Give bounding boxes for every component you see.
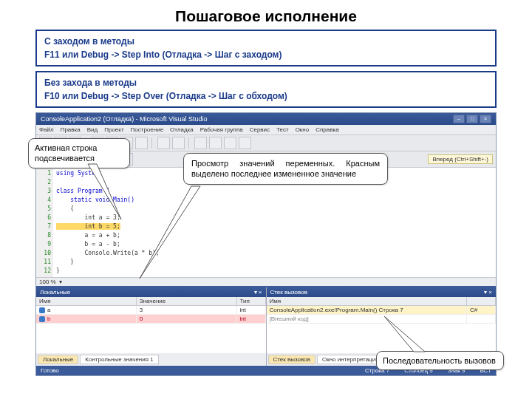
callstack-title: Стек вызовов xyxy=(270,289,307,296)
close-button[interactable]: × xyxy=(480,115,491,123)
step-into-desc: F11 или Debug -> Step Into (Отладка -> Ш… xyxy=(44,48,488,61)
zoom-bar: 100 %▾ xyxy=(36,277,496,286)
col-type[interactable]: Тип xyxy=(237,297,266,305)
col-name[interactable]: Имя xyxy=(36,297,137,305)
menu-item[interactable]: Справка xyxy=(316,126,338,133)
toolbar-button[interactable] xyxy=(157,137,170,149)
line-gutter: 1 2 3 4 5 6 7 8 9 10 11 12 xyxy=(36,168,53,277)
toolbar-button[interactable] xyxy=(209,137,222,149)
window-caption-buttons: – □ × xyxy=(453,115,491,123)
forward-tooltip: Вперед (Ctrl+Shift+-) xyxy=(428,154,493,164)
col-name[interactable]: Имя xyxy=(267,297,468,305)
code-line: } xyxy=(56,259,74,265)
toolbar-separator xyxy=(188,137,191,149)
menu-item[interactable]: Сервис xyxy=(250,126,270,133)
callout-text: Просмотр значений переменных. Красным вы… xyxy=(191,159,380,178)
callstack-panel-header: Стек вызовов▾ × xyxy=(267,287,497,297)
page-title: Пошаговое исполнение xyxy=(0,0,532,30)
toolbar-button[interactable] xyxy=(194,137,207,149)
toolbar-separator xyxy=(151,137,154,149)
callstack-columns: Имя xyxy=(267,297,497,306)
code-line: } xyxy=(56,267,60,274)
toolbar-button[interactable] xyxy=(172,137,185,149)
menu-item[interactable]: Проект xyxy=(104,126,123,133)
frame-lang xyxy=(467,315,496,323)
status-ready: Готово xyxy=(41,367,59,374)
line-number: 5 xyxy=(36,205,51,214)
menu-item[interactable]: Правка xyxy=(61,126,81,133)
tab-watch[interactable]: Контрольные значения 1 xyxy=(80,355,158,364)
panel-buttons[interactable]: ▾ × xyxy=(254,289,262,296)
callout-variables: Просмотр значений переменных. Красным вы… xyxy=(183,153,388,185)
callstack-row-external[interactable]: [Внешний код] xyxy=(267,315,497,324)
var-name: a xyxy=(47,307,50,313)
variable-icon xyxy=(39,307,45,313)
step-into-heading: С заходом в методы xyxy=(44,35,488,48)
svg-marker-1 xyxy=(140,186,200,279)
minimize-button[interactable]: – xyxy=(453,115,465,123)
callstack-row[interactable]: ConsoleApplication2.exe!Program.Main() С… xyxy=(267,306,497,315)
locals-row-changed[interactable]: b 0 int xyxy=(36,315,266,324)
panel-buttons[interactable]: ▾ × xyxy=(484,289,492,296)
line-number: 3 xyxy=(36,187,51,196)
line-number: 11 xyxy=(36,258,51,267)
menu-item[interactable]: Вид xyxy=(87,126,98,133)
line-number: 6 xyxy=(36,214,51,222)
col-lang[interactable] xyxy=(467,297,496,305)
menu-item[interactable]: Тест xyxy=(276,126,289,133)
col-value[interactable]: Значение xyxy=(137,297,237,305)
zoom-value[interactable]: 100 % xyxy=(39,279,56,285)
menu-item[interactable]: Файл xyxy=(39,126,54,133)
var-type: int xyxy=(237,306,266,314)
variable-icon xyxy=(39,316,45,322)
svg-marker-2 xyxy=(384,316,425,352)
line-number: 12 xyxy=(36,267,51,276)
locals-row[interactable]: a 3 int xyxy=(36,306,266,315)
code-line: a = a + b; xyxy=(56,232,120,239)
var-name: b xyxy=(47,316,50,322)
window-title-text: ConsoleApplication2 (Отладка) - Microsof… xyxy=(41,115,208,123)
locals-panel-header: Локальные▾ × xyxy=(36,287,266,297)
svg-marker-0 xyxy=(88,164,121,219)
chevron-down-icon[interactable]: ▾ xyxy=(59,279,62,285)
menu-bar: Файл Правка Вид Проект Построение Отладк… xyxy=(36,125,496,135)
locals-title: Локальные xyxy=(40,289,70,296)
line-number: 2 xyxy=(36,178,51,187)
menu-item[interactable]: Построение xyxy=(131,126,164,133)
step-over-desc: F10 или Debug -> Step Over (Отладка -> Ш… xyxy=(44,89,488,103)
code-line: { xyxy=(56,205,74,212)
callout-text: Последовательность вызовов xyxy=(383,356,496,365)
callout-active-line: Активная строка подсвечивается xyxy=(28,138,130,168)
toolbar-button[interactable] xyxy=(135,137,148,149)
step-into-box: С заходом в методы F11 или Debug -> Step… xyxy=(35,30,497,66)
window-titlebar: ConsoleApplication2 (Отладка) - Microsof… xyxy=(36,113,496,125)
line-number: 4 xyxy=(36,196,51,205)
line-number: 8 xyxy=(36,231,51,240)
maximize-button[interactable]: □ xyxy=(466,115,478,123)
callout-callstack: Последовательность вызовов xyxy=(376,351,504,370)
line-number: 7 xyxy=(36,222,51,231)
ide-screenshot-wrap: ConsoleApplication2 (Отладка) - Microsof… xyxy=(35,112,497,376)
tab-callstack[interactable]: Стек вызовов xyxy=(268,355,316,364)
frame-lang: C# xyxy=(467,306,496,314)
menu-item[interactable]: Окно xyxy=(296,126,310,133)
menu-item[interactable]: Рабочая группа xyxy=(200,126,243,133)
toolbar-button[interactable] xyxy=(239,137,251,149)
code-line: b = a - b; xyxy=(56,241,120,248)
var-value: 0 xyxy=(137,315,237,323)
frame-name: [Внешний код] xyxy=(267,315,468,323)
locals-columns: Имя Значение Тип xyxy=(36,297,266,306)
step-over-heading: Без захода в методы xyxy=(44,76,488,89)
locals-panel: Локальные▾ × Имя Значение Тип a 3 int b … xyxy=(36,287,267,366)
callout-text: Активная строка подсвечивается xyxy=(35,143,97,163)
line-number: 1 xyxy=(36,169,51,178)
step-over-box: Без захода в методы F10 или Debug -> Ste… xyxy=(35,71,497,108)
var-type: int xyxy=(237,315,266,323)
line-number: 10 xyxy=(36,249,51,258)
toolbar-button[interactable] xyxy=(224,137,236,149)
tab-locals[interactable]: Локальные xyxy=(38,355,78,364)
var-value: 3 xyxy=(137,306,237,314)
tab-immediate[interactable]: Окно интерпретации xyxy=(317,355,384,364)
line-number: 9 xyxy=(36,240,51,249)
menu-item[interactable]: Отладка xyxy=(170,126,194,133)
